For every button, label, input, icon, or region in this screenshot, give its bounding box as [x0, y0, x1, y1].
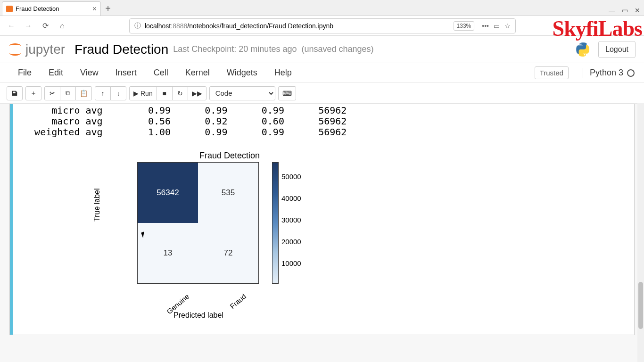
output-cell[interactable]: micro avg 0.99 0.99 0.99 56962 macro avg…	[9, 104, 635, 335]
url-host: localhost	[145, 22, 171, 30]
restart-run-all-button[interactable]: ▶▶	[188, 86, 206, 100]
heatmap-grid: 56342 535 13 72	[137, 162, 259, 284]
paste-button[interactable]: 📋	[75, 86, 92, 100]
menu-file[interactable]: File	[9, 68, 40, 78]
close-window-icon[interactable]: ✕	[635, 7, 640, 14]
window-controls: — ▭ ✕	[609, 7, 640, 14]
classification-report: micro avg 0.99 0.99 0.99 56962 macro avg…	[17, 105, 629, 138]
scrollbar[interactable]	[637, 103, 644, 362]
scrollbar-thumb[interactable]	[638, 282, 643, 329]
save-button[interactable]	[7, 86, 23, 100]
kernel-name: Python 3	[590, 68, 623, 78]
checkpoint-text: Last Checkpoint: 20 minutes ago (unsaved…	[173, 44, 373, 54]
jupyter-logo-text: jupyter	[25, 42, 65, 57]
back-button[interactable]: ←	[5, 19, 18, 33]
run-button[interactable]: ▶ Run	[129, 86, 157, 100]
jupyter-favicon	[6, 6, 13, 12]
python-logo-icon	[575, 41, 591, 58]
menu-edit[interactable]: Edit	[40, 68, 72, 78]
menu-kernel[interactable]: Kernel	[177, 68, 218, 78]
url-bar[interactable]: ⓘ localhost:8888/notebooks/fraud_detecti…	[129, 18, 516, 33]
browser-tab-strip: Fraud Detection × +	[0, 0, 644, 16]
url-text: localhost:8888/notebooks/fraud_detection…	[145, 22, 450, 30]
save-icon	[11, 90, 18, 97]
chart-xlabel: Predicted label	[151, 311, 246, 320]
menu-widgets[interactable]: Widgets	[218, 68, 266, 78]
notebook-area: micro avg 0.99 0.99 0.99 56962 macro avg…	[0, 104, 644, 362]
colorbar-tick-30000: 30000	[281, 216, 301, 224]
cut-button[interactable]: ✂	[44, 86, 60, 100]
bookmark-star-icon[interactable]: ☆	[504, 22, 511, 30]
insert-cell-button[interactable]: ＋	[25, 86, 41, 100]
xtick-fraud: Fraud	[228, 292, 248, 310]
new-tab-button[interactable]: +	[101, 1, 115, 16]
confusion-matrix-chart: Fraud Detection True label Genuine Fraud…	[93, 151, 357, 325]
menu-insert[interactable]: Insert	[107, 68, 145, 78]
maximize-icon[interactable]: ▭	[622, 7, 628, 14]
heat-cell-1-0: 13	[138, 223, 198, 283]
tab-title: Fraud Detection	[16, 5, 90, 12]
minimize-icon[interactable]: —	[609, 7, 615, 14]
notebook-title[interactable]: Fraud Detection	[74, 42, 168, 57]
kernel-indicator[interactable]: Python 3	[583, 68, 635, 78]
chart-title: Fraud Detection	[168, 151, 291, 161]
cell-type-select[interactable]: Code	[209, 86, 275, 100]
browser-navbar: ← → ⟳ ⌂ ⓘ localhost:8888/notebooks/fraud…	[0, 16, 644, 36]
jupyter-header: jupyter Fraud Detection Last Checkpoint:…	[0, 36, 644, 63]
reload-button[interactable]: ⟳	[39, 19, 52, 33]
colorbar-tick-50000: 50000	[281, 173, 301, 181]
copy-button[interactable]: ⧉	[60, 86, 76, 100]
forward-button[interactable]: →	[22, 19, 35, 33]
menu-help[interactable]: Help	[266, 68, 300, 78]
heat-cell-0-0: 56342	[138, 163, 198, 223]
menu-bar: File Edit View Insert Cell Kernel Widget…	[0, 63, 644, 83]
heat-cell-1-1: 72	[198, 223, 258, 283]
heat-cell-0-1: 535	[198, 163, 258, 223]
command-palette-button[interactable]: ⌨	[278, 86, 296, 100]
kernel-idle-icon	[627, 69, 635, 77]
colorbar	[272, 162, 279, 284]
page-actions-icon[interactable]: •••	[482, 22, 489, 30]
logout-button[interactable]: Logout	[598, 41, 636, 58]
chart-ylabel: True label	[93, 188, 101, 222]
browser-tab[interactable]: Fraud Detection ×	[2, 1, 101, 16]
cell-output: micro avg 0.99 0.99 0.99 56962 macro avg…	[13, 104, 634, 335]
home-button[interactable]: ⌂	[56, 19, 69, 33]
colorbar-tick-40000: 40000	[281, 194, 301, 202]
close-tab-icon[interactable]: ×	[92, 5, 97, 13]
url-actions: ••• ▭ ☆	[482, 22, 511, 30]
jupyter-logo[interactable]: jupyter	[8, 42, 65, 57]
trusted-indicator[interactable]: Trusted	[535, 66, 569, 79]
url-path: /notebooks/fraud_detection/Fraud Detecti…	[187, 22, 333, 30]
restart-button[interactable]: ↻	[172, 86, 188, 100]
menu-view[interactable]: View	[72, 68, 107, 78]
reader-mode-icon[interactable]: ▭	[494, 22, 500, 30]
url-port: :8888	[171, 22, 187, 30]
move-up-button[interactable]: ↑	[95, 86, 111, 100]
menu-cell[interactable]: Cell	[145, 68, 177, 78]
move-down-button[interactable]: ↓	[110, 86, 126, 100]
jupyter-orb-icon	[8, 43, 22, 56]
site-info-icon[interactable]: ⓘ	[134, 22, 141, 30]
zoom-indicator[interactable]: 133%	[454, 21, 475, 31]
interrupt-button[interactable]: ■	[157, 86, 173, 100]
colorbar-tick-10000: 10000	[281, 259, 301, 267]
toolbar: ＋ ✂ ⧉ 📋 ↑ ↓ ▶ Run ■ ↻ ▶▶ Code ⌨	[0, 83, 644, 104]
colorbar-tick-20000: 20000	[281, 238, 301, 246]
